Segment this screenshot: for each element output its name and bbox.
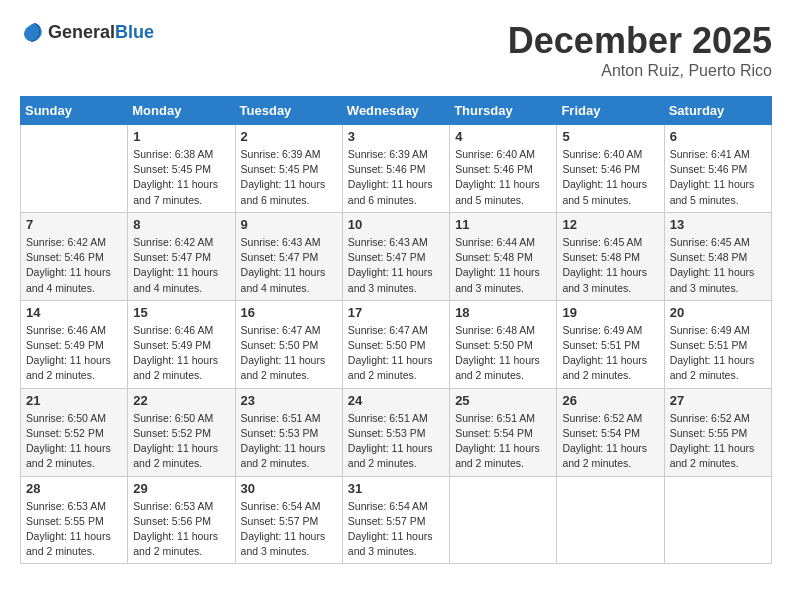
- calendar-cell: 18Sunrise: 6:48 AM Sunset: 5:50 PM Dayli…: [450, 300, 557, 388]
- day-number: 15: [133, 305, 229, 320]
- day-info: Sunrise: 6:45 AM Sunset: 5:48 PM Dayligh…: [562, 235, 658, 296]
- day-number: 27: [670, 393, 766, 408]
- day-info: Sunrise: 6:48 AM Sunset: 5:50 PM Dayligh…: [455, 323, 551, 384]
- day-info: Sunrise: 6:54 AM Sunset: 5:57 PM Dayligh…: [241, 499, 337, 560]
- calendar-week-row: 28Sunrise: 6:53 AM Sunset: 5:55 PM Dayli…: [21, 476, 772, 564]
- day-info: Sunrise: 6:40 AM Sunset: 5:46 PM Dayligh…: [455, 147, 551, 208]
- day-number: 17: [348, 305, 444, 320]
- calendar-cell: 30Sunrise: 6:54 AM Sunset: 5:57 PM Dayli…: [235, 476, 342, 564]
- calendar-cell: 4Sunrise: 6:40 AM Sunset: 5:46 PM Daylig…: [450, 125, 557, 213]
- calendar-cell: 17Sunrise: 6:47 AM Sunset: 5:50 PM Dayli…: [342, 300, 449, 388]
- weekday-header-row: SundayMondayTuesdayWednesdayThursdayFrid…: [21, 97, 772, 125]
- day-number: 26: [562, 393, 658, 408]
- calendar-table: SundayMondayTuesdayWednesdayThursdayFrid…: [20, 96, 772, 564]
- calendar-cell: 24Sunrise: 6:51 AM Sunset: 5:53 PM Dayli…: [342, 388, 449, 476]
- day-number: 20: [670, 305, 766, 320]
- day-info: Sunrise: 6:39 AM Sunset: 5:45 PM Dayligh…: [241, 147, 337, 208]
- day-number: 5: [562, 129, 658, 144]
- calendar-week-row: 21Sunrise: 6:50 AM Sunset: 5:52 PM Dayli…: [21, 388, 772, 476]
- day-number: 7: [26, 217, 122, 232]
- calendar-cell: 8Sunrise: 6:42 AM Sunset: 5:47 PM Daylig…: [128, 212, 235, 300]
- calendar-cell: 25Sunrise: 6:51 AM Sunset: 5:54 PM Dayli…: [450, 388, 557, 476]
- weekday-header-saturday: Saturday: [664, 97, 771, 125]
- day-info: Sunrise: 6:51 AM Sunset: 5:53 PM Dayligh…: [348, 411, 444, 472]
- calendar-cell: 2Sunrise: 6:39 AM Sunset: 5:45 PM Daylig…: [235, 125, 342, 213]
- day-info: Sunrise: 6:51 AM Sunset: 5:53 PM Dayligh…: [241, 411, 337, 472]
- day-info: Sunrise: 6:44 AM Sunset: 5:48 PM Dayligh…: [455, 235, 551, 296]
- day-info: Sunrise: 6:39 AM Sunset: 5:46 PM Dayligh…: [348, 147, 444, 208]
- day-number: 16: [241, 305, 337, 320]
- day-number: 4: [455, 129, 551, 144]
- weekday-header-monday: Monday: [128, 97, 235, 125]
- calendar-cell: 21Sunrise: 6:50 AM Sunset: 5:52 PM Dayli…: [21, 388, 128, 476]
- calendar-cell: 28Sunrise: 6:53 AM Sunset: 5:55 PM Dayli…: [21, 476, 128, 564]
- day-number: 24: [348, 393, 444, 408]
- calendar-cell: [450, 476, 557, 564]
- day-number: 23: [241, 393, 337, 408]
- day-info: Sunrise: 6:45 AM Sunset: 5:48 PM Dayligh…: [670, 235, 766, 296]
- calendar-cell: 19Sunrise: 6:49 AM Sunset: 5:51 PM Dayli…: [557, 300, 664, 388]
- calendar-cell: 9Sunrise: 6:43 AM Sunset: 5:47 PM Daylig…: [235, 212, 342, 300]
- calendar-cell: 29Sunrise: 6:53 AM Sunset: 5:56 PM Dayli…: [128, 476, 235, 564]
- day-number: 18: [455, 305, 551, 320]
- day-info: Sunrise: 6:47 AM Sunset: 5:50 PM Dayligh…: [348, 323, 444, 384]
- day-number: 22: [133, 393, 229, 408]
- day-info: Sunrise: 6:46 AM Sunset: 5:49 PM Dayligh…: [26, 323, 122, 384]
- day-number: 19: [562, 305, 658, 320]
- day-number: 31: [348, 481, 444, 496]
- calendar-cell: 23Sunrise: 6:51 AM Sunset: 5:53 PM Dayli…: [235, 388, 342, 476]
- day-number: 10: [348, 217, 444, 232]
- calendar-cell: 1Sunrise: 6:38 AM Sunset: 5:45 PM Daylig…: [128, 125, 235, 213]
- day-number: 6: [670, 129, 766, 144]
- day-info: Sunrise: 6:42 AM Sunset: 5:46 PM Dayligh…: [26, 235, 122, 296]
- calendar-cell: 10Sunrise: 6:43 AM Sunset: 5:47 PM Dayli…: [342, 212, 449, 300]
- logo-icon: [20, 20, 44, 44]
- day-info: Sunrise: 6:50 AM Sunset: 5:52 PM Dayligh…: [26, 411, 122, 472]
- page-header: GeneralBlue December 2025 Anton Ruiz, Pu…: [20, 20, 772, 80]
- calendar-cell: 16Sunrise: 6:47 AM Sunset: 5:50 PM Dayli…: [235, 300, 342, 388]
- calendar-cell: 6Sunrise: 6:41 AM Sunset: 5:46 PM Daylig…: [664, 125, 771, 213]
- logo: GeneralBlue: [20, 20, 154, 44]
- day-info: Sunrise: 6:40 AM Sunset: 5:46 PM Dayligh…: [562, 147, 658, 208]
- calendar-cell: 20Sunrise: 6:49 AM Sunset: 5:51 PM Dayli…: [664, 300, 771, 388]
- calendar-cell: 22Sunrise: 6:50 AM Sunset: 5:52 PM Dayli…: [128, 388, 235, 476]
- calendar-cell: 31Sunrise: 6:54 AM Sunset: 5:57 PM Dayli…: [342, 476, 449, 564]
- calendar-cell: 27Sunrise: 6:52 AM Sunset: 5:55 PM Dayli…: [664, 388, 771, 476]
- day-info: Sunrise: 6:50 AM Sunset: 5:52 PM Dayligh…: [133, 411, 229, 472]
- logo-blue: Blue: [115, 22, 154, 42]
- day-info: Sunrise: 6:42 AM Sunset: 5:47 PM Dayligh…: [133, 235, 229, 296]
- day-number: 9: [241, 217, 337, 232]
- day-number: 30: [241, 481, 337, 496]
- weekday-header-thursday: Thursday: [450, 97, 557, 125]
- calendar-cell: 11Sunrise: 6:44 AM Sunset: 5:48 PM Dayli…: [450, 212, 557, 300]
- day-info: Sunrise: 6:53 AM Sunset: 5:55 PM Dayligh…: [26, 499, 122, 560]
- day-number: 21: [26, 393, 122, 408]
- day-info: Sunrise: 6:49 AM Sunset: 5:51 PM Dayligh…: [562, 323, 658, 384]
- day-info: Sunrise: 6:43 AM Sunset: 5:47 PM Dayligh…: [348, 235, 444, 296]
- day-info: Sunrise: 6:52 AM Sunset: 5:54 PM Dayligh…: [562, 411, 658, 472]
- calendar-cell: [664, 476, 771, 564]
- weekday-header-sunday: Sunday: [21, 97, 128, 125]
- calendar-cell: 7Sunrise: 6:42 AM Sunset: 5:46 PM Daylig…: [21, 212, 128, 300]
- day-info: Sunrise: 6:43 AM Sunset: 5:47 PM Dayligh…: [241, 235, 337, 296]
- day-info: Sunrise: 6:38 AM Sunset: 5:45 PM Dayligh…: [133, 147, 229, 208]
- calendar-cell: 14Sunrise: 6:46 AM Sunset: 5:49 PM Dayli…: [21, 300, 128, 388]
- day-info: Sunrise: 6:46 AM Sunset: 5:49 PM Dayligh…: [133, 323, 229, 384]
- weekday-header-tuesday: Tuesday: [235, 97, 342, 125]
- calendar-cell: 5Sunrise: 6:40 AM Sunset: 5:46 PM Daylig…: [557, 125, 664, 213]
- calendar-cell: 15Sunrise: 6:46 AM Sunset: 5:49 PM Dayli…: [128, 300, 235, 388]
- calendar-cell: 13Sunrise: 6:45 AM Sunset: 5:48 PM Dayli…: [664, 212, 771, 300]
- calendar-cell: [21, 125, 128, 213]
- title-area: December 2025 Anton Ruiz, Puerto Rico: [508, 20, 772, 80]
- day-number: 11: [455, 217, 551, 232]
- day-info: Sunrise: 6:47 AM Sunset: 5:50 PM Dayligh…: [241, 323, 337, 384]
- calendar-week-row: 7Sunrise: 6:42 AM Sunset: 5:46 PM Daylig…: [21, 212, 772, 300]
- day-info: Sunrise: 6:53 AM Sunset: 5:56 PM Dayligh…: [133, 499, 229, 560]
- calendar-cell: 12Sunrise: 6:45 AM Sunset: 5:48 PM Dayli…: [557, 212, 664, 300]
- calendar-cell: 26Sunrise: 6:52 AM Sunset: 5:54 PM Dayli…: [557, 388, 664, 476]
- day-number: 8: [133, 217, 229, 232]
- day-number: 28: [26, 481, 122, 496]
- day-number: 3: [348, 129, 444, 144]
- calendar-cell: [557, 476, 664, 564]
- logo-text: GeneralBlue: [48, 22, 154, 43]
